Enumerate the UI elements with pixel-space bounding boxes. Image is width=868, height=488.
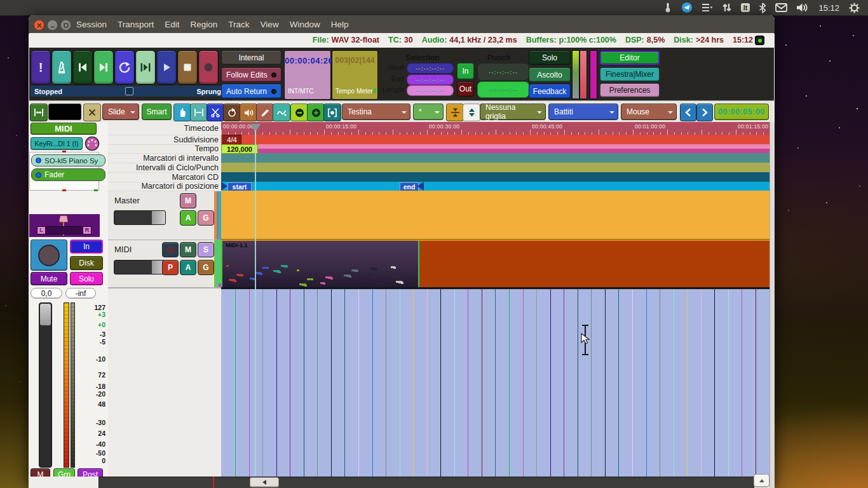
ruler-label-1[interactable]: Suddivisione bbox=[108, 135, 219, 145]
metronome-button[interactable] bbox=[51, 50, 72, 85]
pan-widget[interactable]: L R bbox=[29, 214, 100, 237]
expand-edit-icon[interactable] bbox=[30, 104, 48, 121]
ruler-label-6[interactable]: Marcatori di posizione bbox=[108, 182, 219, 191]
record-button[interactable] bbox=[198, 50, 219, 85]
vscroll-up-button[interactable] bbox=[754, 474, 770, 487]
solo-button[interactable]: Solo bbox=[529, 50, 571, 65]
maximize-button[interactable] bbox=[60, 20, 71, 30]
feedback-button[interactable]: Feedback bbox=[529, 84, 571, 98]
gain-fader[interactable] bbox=[39, 302, 52, 468]
ruler-loop-punch[interactable] bbox=[221, 163, 770, 172]
nudge-clock[interactable]: 00:00:05:00 bbox=[714, 104, 769, 120]
trim-knob[interactable] bbox=[38, 245, 60, 266]
punch-out-button[interactable]: Out bbox=[457, 81, 474, 97]
midi-p-button[interactable]: P bbox=[162, 260, 179, 275]
goto-end-button[interactable] bbox=[93, 50, 114, 85]
edit-point-dropdown[interactable]: Testina bbox=[342, 104, 410, 120]
master-track-name[interactable]: Master bbox=[114, 196, 140, 205]
menu-item-view[interactable]: View bbox=[261, 20, 279, 29]
monitor-disk-button[interactable]: Disk bbox=[70, 256, 103, 270]
tempo-marker[interactable]: 120,000 bbox=[221, 144, 258, 154]
master-active-button[interactable]: A bbox=[180, 210, 196, 226]
midi-mute-button[interactable]: M bbox=[180, 242, 196, 257]
midi-solo-button[interactable]: S bbox=[198, 242, 214, 257]
master-track-canvas[interactable] bbox=[221, 191, 770, 240]
vertical-scrollbar-gutter[interactable] bbox=[770, 122, 775, 488]
grid-unit-dropdown[interactable]: Battiti bbox=[548, 104, 618, 120]
edit-mode-dropdown[interactable]: Slide bbox=[102, 104, 139, 120]
strip-input-button[interactable]: KeyRi...DI 1 (I) bbox=[31, 137, 83, 150]
punch-out-clock[interactable]: --:--:--:-- bbox=[477, 81, 529, 98]
selection-end-clock[interactable]: --:--:--:-- bbox=[407, 74, 454, 85]
midi-panic-button[interactable]: ! bbox=[31, 50, 51, 85]
zoom-in-button[interactable] bbox=[307, 104, 325, 121]
ruler-tempo[interactable] bbox=[221, 144, 770, 153]
monitor-button[interactable]: Ascolto bbox=[529, 67, 571, 82]
menu-item-transport[interactable]: Transport bbox=[118, 20, 154, 29]
playhead-line[interactable] bbox=[255, 130, 256, 477]
midi-active-button[interactable]: A bbox=[180, 260, 196, 275]
trim-knob-button[interactable] bbox=[31, 240, 67, 271]
page-editor-button[interactable]: Editor bbox=[600, 51, 660, 65]
primary-clock[interactable]: 00:00:04:26 INT/MTC bbox=[284, 50, 331, 100]
transport-checkbox[interactable] bbox=[125, 87, 133, 95]
ruler-meter[interactable] bbox=[221, 135, 770, 144]
ruler-range-markers[interactable] bbox=[221, 153, 770, 163]
system-clock[interactable]: 15:12 bbox=[818, 3, 839, 13]
ruler-label-4[interactable]: Intervalli di Ciclo/Punch bbox=[108, 163, 219, 173]
shrink-tracks-icon[interactable] bbox=[463, 104, 480, 121]
bluetooth-icon[interactable] bbox=[759, 3, 766, 13]
smart-mode-button[interactable]: Smart bbox=[142, 104, 172, 120]
master-gain-fader[interactable] bbox=[114, 210, 166, 225]
grab-tool-icon[interactable] bbox=[173, 104, 191, 121]
minimize-button[interactable] bbox=[47, 20, 58, 30]
punch-in-clock[interactable]: --:--:--:-- bbox=[477, 63, 529, 81]
goto-start-button[interactable] bbox=[72, 50, 93, 85]
clear-button[interactable] bbox=[83, 104, 101, 121]
start-marker[interactable]: start bbox=[227, 182, 252, 191]
page-preferences-button[interactable]: Preferences bbox=[600, 83, 660, 97]
nudge-back-button[interactable] bbox=[680, 104, 696, 121]
selection-start-clock[interactable]: --:--:--:-- bbox=[407, 63, 454, 74]
summary-scrollbar[interactable] bbox=[98, 477, 754, 488]
nudge-forward-button[interactable] bbox=[696, 104, 713, 121]
mail-icon[interactable] bbox=[775, 3, 787, 12]
draw-tool-icon[interactable] bbox=[256, 104, 274, 121]
track-height-icon[interactable] bbox=[446, 104, 464, 121]
midi-rec-enable-button[interactable] bbox=[162, 242, 179, 257]
sync-source-button[interactable]: Internal bbox=[221, 50, 281, 65]
monitor-input-button[interactable]: In bbox=[70, 240, 103, 254]
audition-tool-icon[interactable] bbox=[240, 104, 257, 121]
menu-item-help[interactable]: Help bbox=[331, 20, 349, 29]
gain-fader-handle[interactable] bbox=[40, 304, 51, 325]
zoom-out-button[interactable] bbox=[290, 104, 308, 121]
network-arrows-icon[interactable] bbox=[722, 3, 732, 13]
auto-return-button[interactable]: Auto Return bbox=[221, 84, 281, 98]
processor-item-synth[interactable]: SO-kl5 Piano Sy bbox=[31, 154, 105, 166]
peak-display[interactable]: -inf bbox=[65, 288, 96, 299]
rec-enable-indicator[interactable] bbox=[755, 36, 764, 45]
stretch-tool-icon[interactable] bbox=[223, 104, 241, 121]
session-menu-icon[interactable] bbox=[702, 3, 713, 12]
follow-edits-button[interactable]: Follow Edits bbox=[221, 67, 281, 82]
midi-gain-fader[interactable] bbox=[114, 260, 166, 274]
processor-led[interactable] bbox=[36, 158, 41, 163]
session-gear-icon[interactable] bbox=[849, 3, 860, 13]
master-group-button[interactable]: G bbox=[198, 210, 214, 226]
midi-group-button[interactable]: G bbox=[198, 260, 214, 275]
midi-region[interactable]: MIDI-1.1 bbox=[221, 241, 419, 287]
menu-item-track[interactable]: Track bbox=[228, 20, 249, 29]
processor-item-fader[interactable]: Fader bbox=[31, 168, 105, 181]
cut-tool-icon[interactable] bbox=[207, 104, 224, 121]
thermometer-icon[interactable] bbox=[663, 3, 672, 13]
strip-track-name-button[interactable]: MIDI bbox=[31, 123, 97, 135]
ruler-label-3[interactable]: Marcatori di intervallo bbox=[108, 153, 219, 163]
ruler-location-markers[interactable] bbox=[221, 182, 770, 191]
midi-track-name[interactable]: MIDI bbox=[114, 245, 132, 254]
ruler-label-5[interactable]: Marcatori CD bbox=[108, 172, 219, 182]
zoom-focus-dropdown[interactable]: * bbox=[413, 104, 444, 120]
telegram-icon[interactable] bbox=[681, 2, 693, 13]
play-button[interactable] bbox=[156, 50, 177, 85]
selection-length-clock[interactable]: --:--:--:-- bbox=[407, 85, 454, 96]
processor-led[interactable] bbox=[36, 172, 41, 178]
